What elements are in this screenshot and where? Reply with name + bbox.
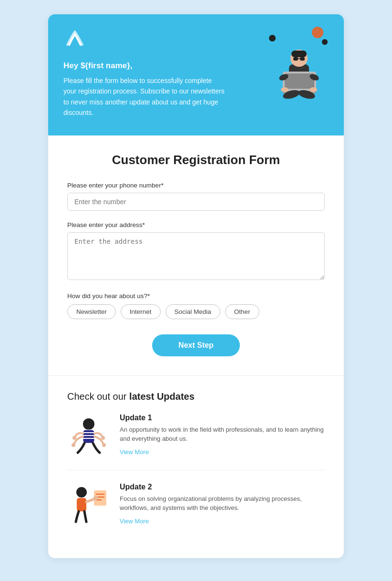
- hear-label: How did you hear about us?*: [67, 292, 325, 300]
- svg-rect-20: [83, 430, 94, 443]
- hear-options: Newsletter Internet Social Media Other: [67, 304, 325, 319]
- update-1-illustration: [67, 414, 110, 456]
- svg-point-28: [76, 487, 87, 498]
- svg-point-34: [93, 496, 98, 500]
- svg-point-0: [269, 35, 276, 42]
- header-illustration: [263, 24, 330, 100]
- svg-rect-29: [77, 498, 86, 511]
- update-1-view-more[interactable]: View More: [120, 448, 149, 456]
- next-step-button[interactable]: Next Step: [152, 334, 240, 356]
- update-1-desc: An opportunity to work in the field with…: [120, 425, 325, 444]
- form-section: Customer Registration Form Please enter …: [48, 135, 344, 376]
- svg-point-27: [102, 443, 106, 447]
- svg-point-26: [72, 443, 75, 447]
- svg-point-1: [312, 27, 323, 38]
- svg-rect-7: [293, 57, 298, 61]
- form-title: Customer Registration Form: [67, 153, 325, 167]
- svg-point-15: [281, 87, 289, 92]
- update-item-1: Update 1 An opportunity to work in the f…: [67, 414, 325, 456]
- svg-point-16: [309, 87, 317, 92]
- header-section: Hey ${first name}, Please fill the form …: [48, 14, 344, 135]
- svg-rect-8: [300, 57, 305, 61]
- svg-point-25: [101, 436, 105, 440]
- phone-label: Please enter your phone number*: [67, 182, 325, 189]
- update-2-content: Update 2 Focus on solving organizational…: [120, 483, 325, 525]
- option-newsletter[interactable]: Newsletter: [67, 304, 116, 319]
- update-2-illustration: [67, 483, 110, 526]
- phone-field-group: Please enter your phone number*: [67, 182, 325, 211]
- option-internet[interactable]: Internet: [121, 304, 161, 319]
- update-2-view-more[interactable]: View More: [120, 518, 149, 525]
- hear-field-group: How did you hear about us?* Newsletter I…: [67, 292, 325, 319]
- update-2-title: Update 2: [120, 483, 325, 491]
- updates-divider: [67, 470, 325, 470]
- option-social-media[interactable]: Social Media: [165, 304, 220, 319]
- svg-rect-6: [291, 51, 307, 57]
- updates-section-title: Check out our latest Updates: [67, 391, 325, 402]
- svg-point-24: [72, 436, 76, 440]
- address-field-group: Please enter your address*: [67, 221, 325, 282]
- phone-input[interactable]: [67, 193, 325, 211]
- updates-section: Check out our latest Updates: [48, 376, 344, 558]
- update-item-2: Update 2 Focus on solving organizational…: [67, 483, 325, 526]
- svg-point-2: [322, 39, 328, 45]
- address-input[interactable]: [67, 232, 325, 280]
- option-other[interactable]: Other: [225, 304, 259, 319]
- update-1-title: Update 1: [120, 414, 325, 422]
- address-label: Please enter your address*: [67, 221, 325, 228]
- logo-icon: [63, 28, 86, 51]
- update-1-content: Update 1 An opportunity to work in the f…: [120, 414, 325, 456]
- header-body: Please fill the form below to successful…: [63, 75, 226, 118]
- update-2-desc: Focus on solving organizational problems…: [120, 494, 325, 513]
- page-wrapper: Hey ${first name}, Please fill the form …: [48, 14, 344, 558]
